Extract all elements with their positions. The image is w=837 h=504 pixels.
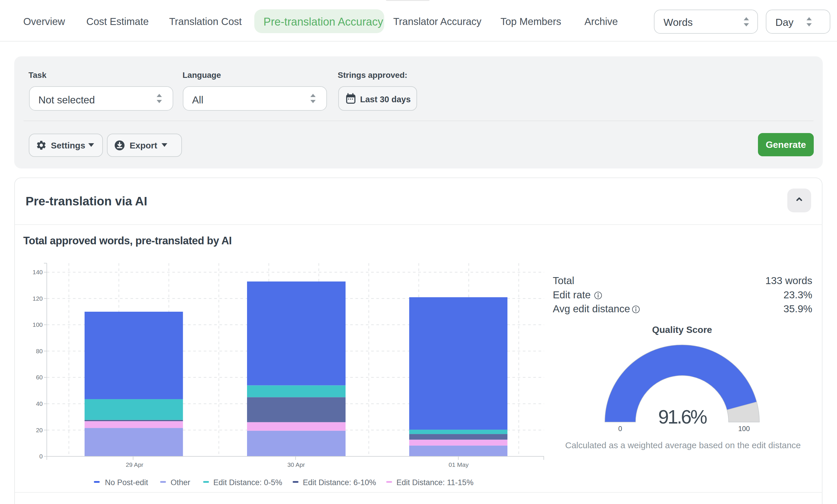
svg-text:140: 140	[33, 269, 43, 275]
svg-text:40: 40	[36, 400, 43, 407]
svg-text:20: 20	[36, 427, 43, 433]
svg-text:30 Apr: 30 Apr	[287, 461, 305, 468]
svg-text:01 May: 01 May	[449, 461, 469, 468]
svg-text:29 Apr: 29 Apr	[126, 461, 144, 468]
svg-text:80: 80	[36, 348, 43, 355]
svg-text:100: 100	[33, 321, 43, 328]
svg-text:60: 60	[36, 374, 43, 380]
svg-text:0: 0	[39, 453, 43, 460]
svg-text:120: 120	[33, 295, 43, 302]
